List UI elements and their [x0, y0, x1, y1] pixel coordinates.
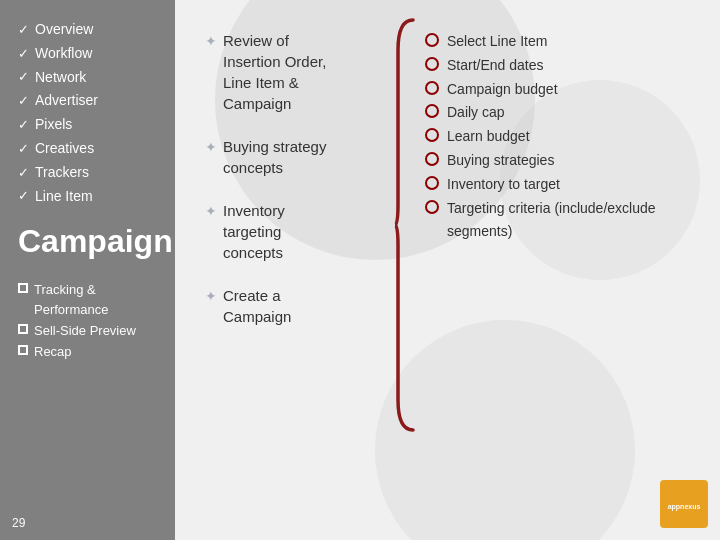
section-create: ✦ Create aCampaign: [205, 285, 385, 327]
section-title-text-2: Buying strategyconcepts: [223, 136, 326, 178]
sidebar-item-label: Creatives: [35, 137, 94, 161]
main-content: ✦ Review ofInsertion Order,Line Item &Ca…: [175, 0, 720, 540]
sidebar-item-trackers[interactable]: ✓ Trackers: [18, 161, 163, 185]
diamond-icon-2: ✦: [205, 138, 217, 158]
sidebar-item-lineitem[interactable]: ✓ Line Item: [18, 185, 163, 209]
right-item-label: Daily cap: [447, 101, 505, 125]
circle-bullet-icon: [425, 128, 439, 142]
section-title-buying: ✦ Buying strategyconcepts: [205, 136, 385, 178]
sidebar-item-advertiser[interactable]: ✓ Advertiser: [18, 89, 163, 113]
bullet-icon: ✓: [18, 43, 29, 65]
sidebar-item-creatives[interactable]: ✓ Creatives: [18, 137, 163, 161]
right-item-label: Targeting criteria (include/exclude segm…: [447, 197, 700, 245]
sidebar-sub-item-sellside[interactable]: Sell-Side Preview: [18, 321, 163, 342]
circle-bullet-icon: [425, 57, 439, 71]
sidebar-item-pixels[interactable]: ✓ Pixels: [18, 113, 163, 137]
sidebar-item-label: Line Item: [35, 185, 93, 209]
right-item-campaign-budget: Campaign budget: [425, 78, 700, 102]
section-title-create: ✦ Create aCampaign: [205, 285, 385, 327]
sidebar-sub-item-recap[interactable]: Recap: [18, 342, 163, 363]
square-bullet-icon: [18, 324, 28, 334]
sidebar-sub-label: Tracking & Performance: [34, 280, 163, 322]
bullet-icon: ✓: [18, 19, 29, 41]
diamond-icon-4: ✦: [205, 287, 217, 307]
right-item-targeting-criteria: Targeting criteria (include/exclude segm…: [425, 197, 700, 245]
appnexus-logo: appnexus: [660, 480, 708, 528]
sidebar-item-workflow[interactable]: ✓ Workflow: [18, 42, 163, 66]
bullet-icon: ✓: [18, 90, 29, 112]
right-item-learn-budget: Learn budget: [425, 125, 700, 149]
square-bullet-icon: [18, 283, 28, 293]
circle-bullet-icon: [425, 104, 439, 118]
sidebar-item-label: Overview: [35, 18, 93, 42]
right-item-daily-cap: Daily cap: [425, 101, 700, 125]
sidebar-item-label: Advertiser: [35, 89, 98, 113]
bullet-icon: ✓: [18, 162, 29, 184]
sidebar-sub-list: Tracking & Performance Sell-Side Preview…: [18, 280, 163, 363]
sidebar-sub-item-tracking[interactable]: Tracking & Performance: [18, 280, 163, 322]
sidebar-item-label: Workflow: [35, 42, 92, 66]
logo-svg: appnexus: [664, 484, 704, 524]
sidebar-item-label: Trackers: [35, 161, 89, 185]
sidebar-item-overview[interactable]: ✓ Overview: [18, 18, 163, 42]
right-item-label: Select Line Item: [447, 30, 547, 54]
right-item-select-lineitem: Select Line Item: [425, 30, 700, 54]
section-title-review: ✦ Review ofInsertion Order,Line Item &Ca…: [205, 30, 385, 114]
section-review: ✦ Review ofInsertion Order,Line Item &Ca…: [205, 30, 385, 114]
campaign-heading: Campaign: [18, 224, 163, 259]
right-item-label: Learn budget: [447, 125, 530, 149]
svg-text:appnexus: appnexus: [668, 503, 701, 511]
circle-bullet-icon: [425, 200, 439, 214]
bullet-icon: ✓: [18, 66, 29, 88]
section-buying: ✦ Buying strategyconcepts: [205, 136, 385, 178]
section-title-text-3: Inventorytargetingconcepts: [223, 200, 285, 263]
sidebar-item-label: Network: [35, 66, 86, 90]
right-item-label: Start/End dates: [447, 54, 544, 78]
sidebar-sub-label: Recap: [34, 342, 72, 363]
square-bullet-icon: [18, 345, 28, 355]
section-title-text-4: Create aCampaign: [223, 285, 291, 327]
main-left-panel: ✦ Review ofInsertion Order,Line Item &Ca…: [175, 0, 405, 540]
bullet-icon: ✓: [18, 114, 29, 136]
sidebar-item-label: Pixels: [35, 113, 72, 137]
diamond-icon-1: ✦: [205, 32, 217, 52]
circle-bullet-icon: [425, 176, 439, 190]
diamond-icon-3: ✦: [205, 202, 217, 222]
right-item-startend: Start/End dates: [425, 54, 700, 78]
main-right-panel: Select Line Item Start/End dates Campaig…: [405, 0, 720, 540]
bullet-icon: ✓: [18, 185, 29, 207]
logo-box: appnexus: [660, 480, 708, 528]
right-items-list: Select Line Item Start/End dates Campaig…: [425, 30, 700, 244]
sidebar-sub-label: Sell-Side Preview: [34, 321, 136, 342]
sidebar-nav-list: ✓ Overview ✓ Workflow ✓ Network ✓ Advert…: [18, 18, 163, 208]
section-title-text-1: Review ofInsertion Order,Line Item &Camp…: [223, 30, 326, 114]
sidebar: ✓ Overview ✓ Workflow ✓ Network ✓ Advert…: [0, 0, 175, 540]
right-item-label: Inventory to target: [447, 173, 560, 197]
section-title-inventory: ✦ Inventorytargetingconcepts: [205, 200, 385, 263]
circle-bullet-icon: [425, 33, 439, 47]
circle-bullet-icon: [425, 152, 439, 166]
right-item-label: Campaign budget: [447, 78, 558, 102]
right-item-buying-strategies: Buying strategies: [425, 149, 700, 173]
sidebar-item-network[interactable]: ✓ Network: [18, 66, 163, 90]
right-item-label: Buying strategies: [447, 149, 554, 173]
circle-bullet-icon: [425, 81, 439, 95]
bullet-icon: ✓: [18, 138, 29, 160]
right-item-inventory-target: Inventory to target: [425, 173, 700, 197]
section-inventory: ✦ Inventorytargetingconcepts: [205, 200, 385, 263]
page-number: 29: [12, 516, 25, 530]
